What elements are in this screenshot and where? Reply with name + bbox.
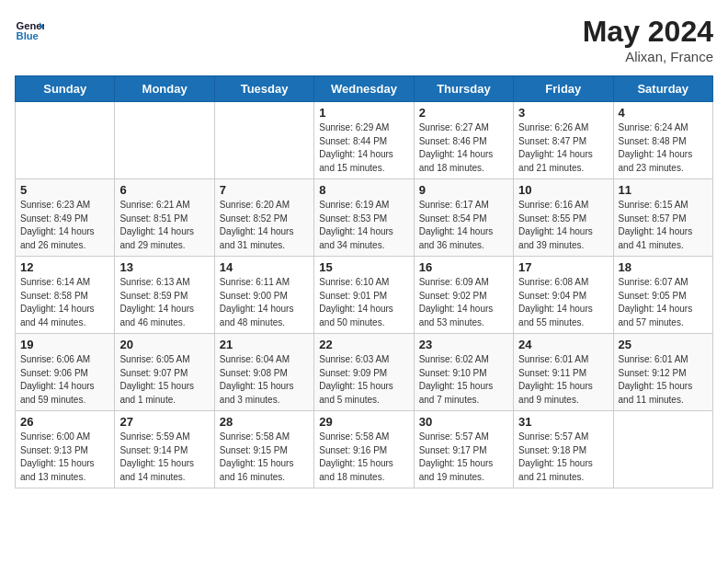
calendar-cell: 20Sunrise: 6:05 AMSunset: 9:07 PMDayligh…	[115, 334, 214, 411]
day-number: 5	[20, 183, 109, 197]
day-info: Sunrise: 6:27 AMSunset: 8:46 PMDaylight:…	[419, 121, 508, 175]
day-info: Sunrise: 5:58 AMSunset: 9:16 PMDaylight:…	[319, 431, 408, 484]
calendar-cell: 3Sunrise: 6:26 AMSunset: 8:47 PMDaylight…	[514, 102, 613, 179]
day-number: 12	[20, 260, 109, 274]
page-header: General Blue May 2024 Alixan, France	[15, 15, 713, 64]
calendar-cell: 17Sunrise: 6:08 AMSunset: 9:04 PMDayligh…	[514, 257, 613, 334]
day-info: Sunrise: 6:05 AMSunset: 9:07 PMDaylight:…	[119, 353, 209, 407]
day-number: 1	[319, 106, 408, 120]
day-info: Sunrise: 6:04 AMSunset: 9:08 PMDaylight:…	[220, 353, 309, 407]
day-info: Sunrise: 6:26 AMSunset: 8:47 PMDaylight:…	[518, 121, 608, 175]
day-info: Sunrise: 5:59 AMSunset: 9:14 PMDaylight:…	[119, 431, 209, 484]
calendar-header-row: SundayMondayTuesdayWednesdayThursdayFrid…	[16, 76, 713, 102]
calendar-cell: 29Sunrise: 5:58 AMSunset: 9:16 PMDayligh…	[314, 411, 414, 488]
calendar-cell: 7Sunrise: 6:20 AMSunset: 8:52 PMDaylight…	[214, 179, 313, 257]
weekday-header: Saturday	[613, 76, 712, 102]
calendar-cell: 19Sunrise: 6:06 AMSunset: 9:06 PMDayligh…	[16, 334, 115, 411]
svg-text:Blue: Blue	[17, 30, 39, 41]
day-info: Sunrise: 6:29 AMSunset: 8:44 PMDaylight:…	[319, 121, 408, 175]
day-info: Sunrise: 6:14 AMSunset: 8:58 PMDaylight:…	[20, 276, 109, 329]
calendar-cell: 18Sunrise: 6:07 AMSunset: 9:05 PMDayligh…	[613, 257, 712, 334]
calendar-cell: 23Sunrise: 6:02 AMSunset: 9:10 PMDayligh…	[414, 334, 513, 411]
day-info: Sunrise: 6:20 AMSunset: 8:52 PMDaylight:…	[220, 199, 309, 252]
day-info: Sunrise: 6:16 AMSunset: 8:55 PMDaylight:…	[518, 199, 608, 252]
calendar-cell: 26Sunrise: 6:00 AMSunset: 9:13 PMDayligh…	[16, 411, 115, 488]
day-info: Sunrise: 6:13 AMSunset: 8:59 PMDaylight:…	[119, 276, 209, 329]
day-number: 25	[619, 338, 708, 351]
calendar-cell: 14Sunrise: 6:11 AMSunset: 9:00 PMDayligh…	[214, 257, 313, 334]
day-info: Sunrise: 6:01 AMSunset: 9:11 PMDaylight:…	[518, 353, 608, 407]
calendar-week-row: 12Sunrise: 6:14 AMSunset: 8:58 PMDayligh…	[16, 257, 713, 334]
day-info: Sunrise: 6:17 AMSunset: 8:54 PMDaylight:…	[419, 199, 508, 252]
calendar-cell: 30Sunrise: 5:57 AMSunset: 9:17 PMDayligh…	[414, 411, 513, 488]
calendar-cell: 13Sunrise: 6:13 AMSunset: 8:59 PMDayligh…	[115, 257, 214, 334]
day-info: Sunrise: 6:03 AMSunset: 9:09 PMDaylight:…	[319, 353, 408, 407]
calendar-cell: 1Sunrise: 6:29 AMSunset: 8:44 PMDaylight…	[314, 102, 414, 179]
calendar-cell: 6Sunrise: 6:21 AMSunset: 8:51 PMDaylight…	[115, 179, 214, 257]
day-info: Sunrise: 6:07 AMSunset: 9:05 PMDaylight:…	[619, 276, 708, 329]
day-info: Sunrise: 6:11 AMSunset: 9:00 PMDaylight:…	[220, 276, 309, 329]
calendar-cell	[214, 102, 313, 179]
day-info: Sunrise: 6:08 AMSunset: 9:04 PMDaylight:…	[518, 276, 608, 329]
calendar-cell: 2Sunrise: 6:27 AMSunset: 8:46 PMDaylight…	[414, 102, 513, 179]
calendar-cell: 5Sunrise: 6:23 AMSunset: 8:49 PMDaylight…	[16, 179, 115, 257]
logo-icon: General Blue	[15, 15, 44, 44]
calendar-cell	[613, 411, 712, 488]
calendar-cell: 27Sunrise: 5:59 AMSunset: 9:14 PMDayligh…	[115, 411, 214, 488]
title-block: May 2024 Alixan, France	[583, 15, 713, 64]
day-number: 28	[220, 415, 309, 429]
day-number: 27	[119, 415, 209, 429]
calendar-week-row: 26Sunrise: 6:00 AMSunset: 9:13 PMDayligh…	[16, 411, 713, 488]
day-info: Sunrise: 6:01 AMSunset: 9:12 PMDaylight:…	[619, 353, 708, 407]
day-info: Sunrise: 6:23 AMSunset: 8:49 PMDaylight:…	[20, 199, 109, 252]
weekday-header: Sunday	[16, 76, 115, 102]
day-number: 2	[419, 106, 508, 120]
day-number: 13	[119, 260, 209, 274]
day-info: Sunrise: 5:58 AMSunset: 9:15 PMDaylight:…	[220, 431, 309, 484]
day-number: 16	[419, 260, 508, 274]
calendar-cell: 24Sunrise: 6:01 AMSunset: 9:11 PMDayligh…	[514, 334, 613, 411]
calendar-cell: 22Sunrise: 6:03 AMSunset: 9:09 PMDayligh…	[314, 334, 414, 411]
day-number: 29	[319, 415, 408, 429]
calendar-cell: 25Sunrise: 6:01 AMSunset: 9:12 PMDayligh…	[613, 334, 712, 411]
day-number: 8	[319, 183, 408, 197]
day-number: 15	[319, 260, 408, 274]
calendar-cell: 9Sunrise: 6:17 AMSunset: 8:54 PMDaylight…	[414, 179, 513, 257]
day-info: Sunrise: 6:19 AMSunset: 8:53 PMDaylight:…	[319, 199, 408, 252]
day-info: Sunrise: 6:06 AMSunset: 9:06 PMDaylight:…	[20, 353, 109, 407]
day-number: 4	[619, 106, 708, 120]
location: Alixan, France	[583, 49, 713, 64]
calendar-week-row: 1Sunrise: 6:29 AMSunset: 8:44 PMDaylight…	[16, 102, 713, 179]
day-number: 21	[220, 338, 309, 351]
day-number: 23	[419, 338, 508, 351]
logo: General Blue	[15, 15, 44, 44]
day-number: 10	[518, 183, 608, 197]
day-info: Sunrise: 6:24 AMSunset: 8:48 PMDaylight:…	[619, 121, 708, 175]
calendar-cell: 16Sunrise: 6:09 AMSunset: 9:02 PMDayligh…	[414, 257, 513, 334]
calendar-cell: 12Sunrise: 6:14 AMSunset: 8:58 PMDayligh…	[16, 257, 115, 334]
calendar-cell: 28Sunrise: 5:58 AMSunset: 9:15 PMDayligh…	[214, 411, 313, 488]
day-info: Sunrise: 6:10 AMSunset: 9:01 PMDaylight:…	[319, 276, 408, 329]
calendar-cell: 10Sunrise: 6:16 AMSunset: 8:55 PMDayligh…	[514, 179, 613, 257]
calendar-cell: 8Sunrise: 6:19 AMSunset: 8:53 PMDaylight…	[314, 179, 414, 257]
weekday-header: Friday	[514, 76, 613, 102]
day-info: Sunrise: 5:57 AMSunset: 9:17 PMDaylight:…	[419, 431, 508, 484]
day-number: 31	[518, 415, 608, 429]
day-info: Sunrise: 6:09 AMSunset: 9:02 PMDaylight:…	[419, 276, 508, 329]
month-year: May 2024	[583, 15, 713, 49]
calendar-cell	[16, 102, 115, 179]
calendar-cell: 15Sunrise: 6:10 AMSunset: 9:01 PMDayligh…	[314, 257, 414, 334]
calendar-cell: 11Sunrise: 6:15 AMSunset: 8:57 PMDayligh…	[613, 179, 712, 257]
calendar-week-row: 5Sunrise: 6:23 AMSunset: 8:49 PMDaylight…	[16, 179, 713, 257]
weekday-header: Thursday	[414, 76, 513, 102]
day-number: 7	[220, 183, 309, 197]
day-info: Sunrise: 6:15 AMSunset: 8:57 PMDaylight:…	[619, 199, 708, 252]
day-number: 24	[518, 338, 608, 351]
day-number: 19	[20, 338, 109, 351]
day-number: 30	[419, 415, 508, 429]
day-number: 9	[419, 183, 508, 197]
day-number: 26	[20, 415, 109, 429]
day-info: Sunrise: 6:00 AMSunset: 9:13 PMDaylight:…	[20, 431, 109, 484]
day-number: 17	[518, 260, 608, 274]
day-number: 20	[119, 338, 209, 351]
